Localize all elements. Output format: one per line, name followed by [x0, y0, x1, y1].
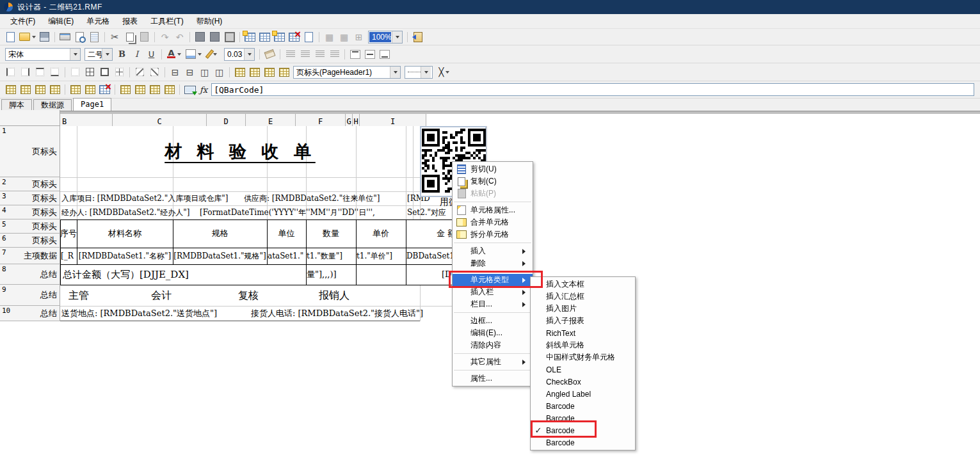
- submenu-chinese-finance-cell[interactable]: 中国样式财务单元格: [531, 351, 635, 363]
- font-select[interactable]: 宋体: [5, 48, 81, 61]
- menu-split-cells[interactable]: 拆分单元格: [453, 228, 533, 241]
- underline-button[interactable]: U: [144, 47, 159, 61]
- data-cell[interactable]: ataSet1.": [267, 248, 306, 264]
- submenu-diagonal-cell[interactable]: 斜线单元格: [531, 339, 635, 351]
- new-report-icon[interactable]: [243, 30, 257, 44]
- cell-date-formula[interactable]: [FormatDateTime('YYYY''年''MM''月''DD''日''…: [200, 205, 375, 219]
- submenu-barcode-1[interactable]: Barcode: [531, 400, 635, 412]
- cell-delivery-address[interactable]: 送货地点: [RMDBDataSet2."送货地点"]: [61, 306, 217, 321]
- insert-band-below-icon[interactable]: [83, 83, 97, 97]
- menu-insert[interactable]: 插入: [453, 245, 533, 257]
- submenu-barcode-3[interactable]: Barcode: [531, 424, 635, 436]
- merge-horizontal-icon[interactable]: ⊟: [168, 65, 182, 79]
- row-header[interactable]: 5 页标头: [0, 219, 60, 234]
- menu-file[interactable]: 文件(F): [4, 14, 42, 28]
- add-band-icon[interactable]: [272, 30, 287, 44]
- valign-top-icon[interactable]: [348, 47, 362, 61]
- submenu-checkbox[interactable]: CheckBox: [531, 376, 635, 388]
- cell-handler[interactable]: 经办人: [RMDBDataSet2."经办人"]: [61, 205, 189, 219]
- menu-other-properties[interactable]: 其它属性: [453, 356, 533, 368]
- menu-edit[interactable]: 编辑(E): [42, 14, 80, 28]
- insert-row-icon[interactable]: [232, 65, 247, 79]
- submenu-insert-textbox[interactable]: 插入文本框: [531, 278, 635, 291]
- new-file-icon[interactable]: [3, 30, 18, 44]
- chevron-down-icon[interactable]: [421, 67, 431, 78]
- line-style-select[interactable]: [405, 66, 433, 79]
- clear-borders-button[interactable]: ╳: [435, 65, 454, 79]
- undo-icon[interactable]: ↶: [172, 30, 187, 44]
- paste-icon[interactable]: [137, 30, 152, 44]
- split-cells-icon[interactable]: [133, 83, 147, 97]
- menu-cell-type[interactable]: 单元格类型: [453, 274, 533, 286]
- submenu-barcode-4[interactable]: Barcode: [531, 436, 635, 449]
- row-header[interactable]: 7 主项数据: [0, 248, 60, 264]
- append-column-icon[interactable]: [277, 65, 291, 79]
- insert-table-icon[interactable]: [257, 30, 272, 44]
- font-size-select[interactable]: 二号: [84, 48, 113, 61]
- send-back-icon[interactable]: [207, 30, 222, 44]
- preview-button[interactable]: [182, 83, 197, 97]
- menu-toolbars[interactable]: 工具栏(T): [144, 14, 189, 28]
- cell-receiver-phone[interactable]: 接货人电话: [RMDBDataSet2."接货人电话"]: [251, 306, 423, 321]
- align-left-icon[interactable]: [283, 47, 298, 61]
- align-center-icon[interactable]: [298, 47, 312, 61]
- border-left-icon[interactable]: [3, 65, 18, 79]
- border-top-icon[interactable]: [33, 65, 47, 79]
- column-insert-icon[interactable]: [33, 83, 47, 97]
- data-cell[interactable]: t1."数量"]: [306, 248, 356, 264]
- data-cell[interactable]: t1."单价"]: [356, 248, 406, 264]
- submenu-insert-summary-box[interactable]: 插入汇总框: [531, 291, 635, 303]
- copy-icon[interactable]: [122, 30, 137, 44]
- menu-cell[interactable]: 单元格: [80, 14, 116, 28]
- submenu-insert-image[interactable]: 插入图片: [531, 303, 635, 315]
- table-header-cell[interactable]: 单位: [267, 219, 306, 248]
- border-bottom-icon[interactable]: [47, 65, 62, 79]
- valign-bottom-icon[interactable]: [377, 47, 392, 61]
- font-color-button[interactable]: A: [165, 47, 184, 61]
- save-file-icon[interactable]: [37, 30, 52, 44]
- align-justify-icon[interactable]: [327, 47, 342, 61]
- signature-cell[interactable]: 主管: [68, 285, 89, 306]
- page-setup-icon[interactable]: [87, 30, 102, 44]
- cut-icon[interactable]: ✂: [108, 30, 122, 44]
- formula-input[interactable]: [211, 83, 974, 96]
- data-cell[interactable]: [RMDBDataSet1."名称"]: [77, 248, 173, 264]
- border-width-select[interactable]: 0.03: [224, 48, 255, 61]
- submenu-insert-subreport[interactable]: 插入子报表: [531, 315, 635, 327]
- band-split-icon[interactable]: [47, 83, 62, 97]
- split-horizontal-icon[interactable]: ⊟: [182, 65, 197, 79]
- show-cell-borders-icon[interactable]: ⊞: [351, 30, 366, 44]
- print-preview-icon[interactable]: [72, 30, 87, 44]
- bold-button[interactable]: B: [115, 47, 129, 61]
- chevron-down-icon[interactable]: [390, 67, 400, 78]
- menu-paste[interactable]: 粘贴(P): [453, 187, 533, 200]
- submenu-ole[interactable]: OLE: [531, 363, 635, 376]
- cell-qty-sum-clipped[interactable]: 量"],,,)]: [307, 264, 337, 285]
- print-icon[interactable]: [58, 30, 72, 44]
- cell-amt-clipped[interactable]: [D: [442, 264, 452, 285]
- table-header-cell[interactable]: 数量: [306, 219, 356, 248]
- tab-page1[interactable]: Page1: [73, 98, 111, 111]
- chevron-down-icon[interactable]: [244, 49, 254, 60]
- new-page-icon[interactable]: [301, 30, 316, 44]
- table-header-cell[interactable]: 材料名称: [77, 219, 173, 248]
- report-title-cell[interactable]: 材 料 验 收 单: [60, 126, 420, 177]
- row-insert-icon[interactable]: [18, 83, 33, 97]
- table-header-cell[interactable]: 序号: [60, 219, 77, 248]
- fill-color-button[interactable]: [184, 47, 203, 61]
- cell-supplier[interactable]: 供应商: [RMDBDataSet2."往来单位"]: [244, 191, 380, 205]
- data-cell[interactable]: [RMDBDataSet1."规格"]: [173, 248, 267, 264]
- italic-button[interactable]: I: [129, 47, 144, 61]
- show-grid-icon[interactable]: ▦: [322, 30, 337, 44]
- data-cell[interactable]: [_R: [60, 248, 77, 264]
- cell-total-amount[interactable]: 总计金额（大写）[DJJE_DX]: [63, 264, 189, 285]
- row-header[interactable]: 6 页标头: [0, 234, 60, 248]
- format-eraser-icon[interactable]: [262, 47, 277, 61]
- table-header-cell[interactable]: 规格: [173, 219, 267, 248]
- row-header[interactable]: 4 页标头: [0, 205, 60, 219]
- menu-report[interactable]: 报表: [116, 14, 144, 28]
- menu-clear-content[interactable]: 清除内容: [453, 339, 533, 351]
- border-right-icon[interactable]: [18, 65, 33, 79]
- menu-edit[interactable]: 编辑(E)...: [453, 327, 533, 339]
- sheet-corner[interactable]: [0, 110, 60, 126]
